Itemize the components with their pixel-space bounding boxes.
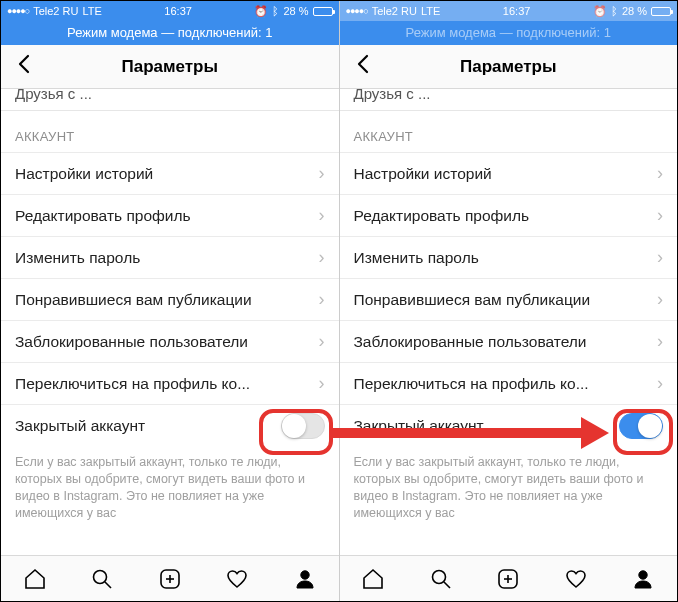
status-bar: ●●●●○ Tele2 RU LTE 16:37 ⏰ ᛒ 28 % — [1, 1, 339, 21]
tab-profile[interactable] — [271, 556, 339, 601]
settings-content: Друзья с ... АККАУНТ Настройки историй ›… — [1, 89, 339, 555]
chevron-right-icon: › — [657, 247, 663, 268]
row-switch-profile[interactable]: Переключиться на профиль ко... › — [1, 362, 339, 404]
tab-home[interactable] — [340, 556, 408, 601]
chevron-right-icon: › — [319, 331, 325, 352]
profile-icon — [293, 567, 317, 591]
chevron-right-icon: › — [657, 373, 663, 394]
private-account-footer: Если у вас закрытый аккаунт, только те л… — [340, 446, 678, 522]
row-edit-profile[interactable]: Редактировать профиль › — [340, 194, 678, 236]
row-liked-posts[interactable]: Понравившиеся вам публикации › — [1, 278, 339, 320]
row-blocked-users[interactable]: Заблокированные пользователи › — [1, 320, 339, 362]
back-button[interactable] — [348, 50, 378, 84]
search-icon — [90, 567, 114, 591]
chevron-right-icon: › — [319, 373, 325, 394]
nav-header: Параметры — [1, 45, 339, 89]
section-header-account: АККАУНТ — [1, 111, 339, 152]
back-button[interactable] — [9, 50, 39, 84]
svg-point-11 — [639, 570, 647, 578]
tab-activity[interactable] — [542, 556, 610, 601]
svg-line-1 — [105, 582, 111, 588]
tab-home[interactable] — [1, 556, 69, 601]
tab-bar — [1, 555, 339, 601]
truncated-prev-row[interactable]: Друзья с ... — [1, 89, 339, 111]
private-account-toggle[interactable] — [619, 413, 663, 439]
page-title: Параметры — [1, 57, 339, 77]
tab-activity[interactable] — [204, 556, 272, 601]
private-account-footer: Если у вас закрытый аккаунт, только те л… — [1, 446, 339, 522]
chevron-right-icon: › — [319, 205, 325, 226]
tab-bar — [340, 555, 678, 601]
row-change-password[interactable]: Изменить пароль › — [340, 236, 678, 278]
tab-profile[interactable] — [610, 556, 678, 601]
network-label: LTE — [82, 5, 101, 17]
network-label: LTE — [421, 5, 440, 17]
row-change-password[interactable]: Изменить пароль › — [1, 236, 339, 278]
home-icon — [23, 567, 47, 591]
tab-new-post[interactable] — [475, 556, 543, 601]
svg-point-0 — [94, 570, 107, 583]
truncated-prev-row[interactable]: Друзья с ... — [340, 89, 678, 111]
status-bar: ●●●●○ Tele2 RU LTE 16:37 ⏰ ᛒ 28 % — [340, 1, 678, 21]
battery-percent: 28 % — [622, 5, 647, 17]
svg-point-5 — [301, 570, 309, 578]
signal-dots-icon: ●●●●○ — [7, 6, 29, 16]
page-title: Параметры — [340, 57, 678, 77]
hotspot-bar[interactable]: Режим модема — подключений: 1 — [340, 21, 678, 45]
chevron-right-icon: › — [657, 205, 663, 226]
row-story-settings[interactable]: Настройки историй › — [1, 152, 339, 194]
chevron-right-icon: › — [319, 247, 325, 268]
bluetooth-icon: ᛒ — [272, 5, 279, 17]
chevron-right-icon: › — [657, 331, 663, 352]
row-blocked-users[interactable]: Заблокированные пользователи › — [340, 320, 678, 362]
heart-icon — [564, 567, 588, 591]
alarm-icon: ⏰ — [593, 5, 607, 18]
screen-left: ●●●●○ Tele2 RU LTE 16:37 ⏰ ᛒ 28 % Режим … — [1, 1, 340, 601]
heart-icon — [225, 567, 249, 591]
screen-right: ●●●●○ Tele2 RU LTE 16:37 ⏰ ᛒ 28 % Режим … — [340, 1, 678, 601]
section-header-account: АККАУНТ — [340, 111, 678, 152]
settings-content: Друзья с ... АККАУНТ Настройки историй ›… — [340, 89, 678, 555]
hotspot-bar[interactable]: Режим модема — подключений: 1 — [1, 21, 339, 45]
row-story-settings[interactable]: Настройки историй › — [340, 152, 678, 194]
row-switch-profile[interactable]: Переключиться на профиль ко... › — [340, 362, 678, 404]
bluetooth-icon: ᛒ — [611, 5, 618, 17]
battery-icon — [651, 7, 671, 16]
chevron-left-icon — [356, 54, 370, 74]
status-time: 16:37 — [503, 5, 531, 17]
tab-new-post[interactable] — [136, 556, 204, 601]
chevron-right-icon: › — [319, 289, 325, 310]
chevron-right-icon: › — [657, 163, 663, 184]
carrier-label: Tele2 RU — [33, 5, 78, 17]
row-edit-profile[interactable]: Редактировать профиль › — [1, 194, 339, 236]
svg-line-7 — [444, 582, 450, 588]
carrier-label: Tele2 RU — [372, 5, 417, 17]
tab-search[interactable] — [407, 556, 475, 601]
battery-icon — [313, 7, 333, 16]
private-account-toggle[interactable] — [281, 413, 325, 439]
signal-dots-icon: ●●●●○ — [346, 6, 368, 16]
chevron-left-icon — [17, 54, 31, 74]
battery-percent: 28 % — [283, 5, 308, 17]
row-liked-posts[interactable]: Понравившиеся вам публикации › — [340, 278, 678, 320]
plus-square-icon — [158, 567, 182, 591]
profile-icon — [631, 567, 655, 591]
chevron-right-icon: › — [657, 289, 663, 310]
chevron-right-icon: › — [319, 163, 325, 184]
plus-square-icon — [496, 567, 520, 591]
row-private-account[interactable]: Закрытый аккаунт — [340, 404, 678, 446]
status-time: 16:37 — [164, 5, 192, 17]
row-private-account[interactable]: Закрытый аккаунт — [1, 404, 339, 446]
alarm-icon: ⏰ — [254, 5, 268, 18]
home-icon — [361, 567, 385, 591]
search-icon — [429, 567, 453, 591]
tab-search[interactable] — [69, 556, 137, 601]
nav-header: Параметры — [340, 45, 678, 89]
svg-point-6 — [432, 570, 445, 583]
